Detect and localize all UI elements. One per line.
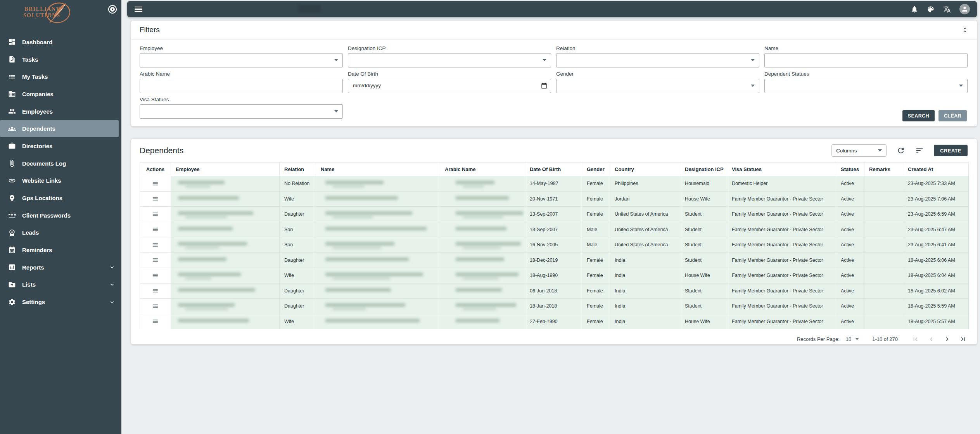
sidebar-item-label: Tasks [22,56,38,63]
sidebar-item-label: Client Passwords [22,212,71,219]
sidebar-item-companies[interactable]: Companies [0,85,121,103]
last-page-icon[interactable] [959,335,967,343]
sidebar-item-label: My Tasks [22,73,48,80]
sidebar-item-documents-log[interactable]: Documents Log [0,155,121,172]
row-actions-menu-icon[interactable] [152,211,159,218]
filter-field-name: Name [764,45,968,67]
filter-label: Arabic Name [140,71,343,77]
cell-actions [140,222,171,237]
cell-date-of-birth: 06-Jun-2018 [525,283,582,299]
arabic-name-input[interactable] [140,79,343,93]
columns-select[interactable]: Columns [831,144,887,157]
collapse-panel-icon[interactable] [961,26,968,33]
row-actions-menu-icon[interactable] [152,226,159,233]
sidebar-item-dependents[interactable]: Dependents [0,120,119,137]
row-actions-menu-icon[interactable] [152,303,159,310]
cell-date-of-birth: 27-Feb-1990 [525,314,582,329]
designation-icp-select[interactable] [348,53,551,67]
relation-select[interactable] [556,53,759,67]
dependents-icon [8,125,16,133]
date-of-birth-input[interactable]: mm/dd/yyyy [348,79,551,93]
sidebar-item-reports[interactable]: Reports [0,259,121,276]
row-actions-menu-icon[interactable] [152,272,159,279]
sidebar-item-directories[interactable]: Directories [0,137,121,155]
sidebar-item-leads[interactable]: Leads [0,224,121,242]
table-row: No Relation14-May-1987FemalePhilippinesH… [140,176,969,192]
user-avatar[interactable] [959,4,970,14]
search-button[interactable]: SEARCH [902,110,935,121]
language-translate-icon[interactable] [943,5,951,13]
row-actions-menu-icon[interactable] [152,287,159,294]
next-page-icon[interactable] [944,335,951,343]
filter-field-dependent-statues: Dependent Statues [764,71,968,93]
first-page-icon[interactable] [912,335,919,343]
visa-statues-select[interactable] [140,104,343,119]
sidebar-item-dashboard[interactable]: Dashboard [0,33,121,51]
employees-icon [8,107,16,115]
row-actions-menu-icon[interactable] [152,180,159,187]
previous-page-icon[interactable] [928,335,935,343]
cell-created-at: 18-Aug-2025 5:57 AM [903,314,969,329]
cell-created-at: 18-Aug-2025 6:02 AM [903,283,969,299]
create-button[interactable]: CREATE [934,145,968,156]
chevron-down-icon [334,110,338,112]
menu-hamburger-icon[interactable] [135,7,142,12]
sidebar-item-website-links[interactable]: Website Links [0,172,121,190]
employee-select[interactable] [140,53,343,67]
dashboard-icon [8,38,16,46]
cell-relation: Wife [280,314,316,329]
sidebar-item-employees[interactable]: Employees [0,103,121,120]
cell-relation: Wife [280,268,316,284]
sidebar-item-reminders[interactable]: Reminders [0,241,121,259]
sidebar-item-lists[interactable]: Lists [0,276,121,294]
filter-grid: EmployeeDesignation ICPRelationNameArabi… [131,40,977,119]
sidebar-item-client-passwords[interactable]: Client Passwords [0,207,121,224]
refresh-icon[interactable] [897,146,905,155]
cell-actions [140,283,171,299]
cell-employee-redacted [171,299,280,314]
name-input[interactable] [764,53,968,67]
table-row: Daughter18-Dec-2019FemaleIndiaStudentFam… [140,252,969,268]
sidebar-nav: DashboardTasksMy TasksCompaniesEmployees… [0,33,121,311]
website-links-icon [8,177,16,185]
records-per-page-select[interactable]: 10 [846,336,859,342]
lists-icon [8,281,16,289]
sidebar-toggle-button[interactable] [108,5,117,14]
filters-panel: Filters EmployeeDesignation ICPRelationN… [131,21,977,126]
cell-statues: Active [836,222,864,237]
clear-button[interactable]: CLEAR [939,110,967,121]
row-actions-menu-icon[interactable] [152,195,159,202]
sidebar-item-label: Website Links [22,177,61,184]
cell-statues: Active [836,299,864,314]
cell-statues: Active [836,252,864,268]
sidebar-item-tasks[interactable]: Tasks [0,51,121,68]
chevron-down-icon [109,282,115,288]
cell-actions [140,299,171,314]
dependent-statues-select[interactable] [764,79,968,93]
cell-remarks [864,299,903,314]
sort-filter-icon[interactable] [915,146,924,155]
calendar-icon[interactable] [541,83,547,89]
dependents-panel: Dependents Columns CREATE ActionsEmploye… [131,139,977,344]
theme-palette-icon[interactable] [927,5,935,13]
col-header-actions: Actions [140,163,171,176]
cell-remarks [864,222,903,237]
cell-date-of-birth: 14-May-1987 [525,176,582,192]
cell-gender: Female [582,207,610,222]
row-actions-menu-icon[interactable] [152,318,159,325]
feather-logo-icon [42,0,74,26]
filter-label: Designation ICP [348,45,551,51]
sidebar-item-settings[interactable]: Settings [0,293,121,311]
notifications-bell-icon[interactable] [911,5,918,13]
toggle-ring [109,6,116,13]
col-header-visa-statues: Visa Statues [727,163,836,176]
row-actions-menu-icon[interactable] [152,242,159,248]
gender-select[interactable] [556,79,759,93]
row-actions-menu-icon[interactable] [152,257,159,263]
chevron-down-icon [751,85,755,87]
cell-arabic-name-redacted [440,207,525,222]
sidebar-item-label: Dashboard [22,39,52,45]
sidebar-item-gps-locations[interactable]: Gps Locations [0,189,121,207]
cell-remarks [864,176,903,192]
sidebar-item-my-tasks[interactable]: My Tasks [0,68,121,85]
